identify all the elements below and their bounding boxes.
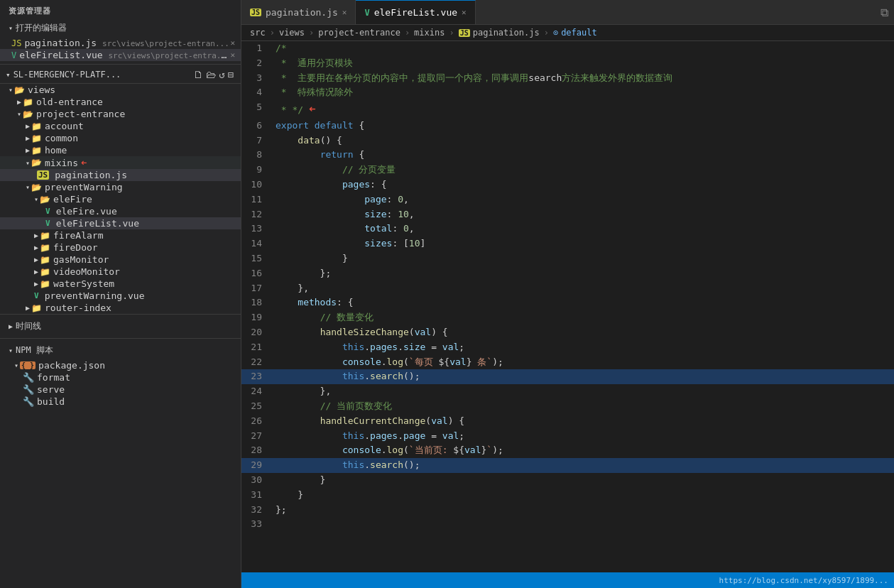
tree-elefire[interactable]: ▾ 📂 eleFire [0, 193, 241, 205]
code-line: 6 export default { [241, 119, 894, 134]
npm-section: ▾ NPM 脚本 ▾ { } package.json 🔧 format 🔧 s… [0, 338, 241, 410]
breadcrumb-symbol-icon: ⊙ [553, 28, 558, 38]
tree-npm-serve[interactable]: 🔧 serve [0, 383, 241, 396]
vue-tab-icon: V [364, 8, 369, 18]
chevron-icon: ▶ [26, 122, 30, 130]
folder-open-icon: 📂 [31, 158, 42, 168]
code-line: 7 data() { [241, 134, 894, 148]
tab-elefirelist[interactable]: V eleFireList.vue ✕ [356, 0, 475, 24]
tab-pagination[interactable]: JS pagination.js ✕ [241, 0, 356, 24]
folder-icon: 📁 [40, 279, 50, 289]
tree-npm-build[interactable]: 🔧 build [0, 396, 241, 408]
collapse-button[interactable]: ⊟ [227, 67, 235, 82]
folder-icon: 📁 [31, 134, 42, 143]
wrench-icon: 🔧 [23, 396, 34, 407]
tree-firealarm[interactable]: ▶ 📁 fireAlarm [0, 229, 241, 241]
breadcrumb-mixins[interactable]: mixins [414, 28, 445, 38]
tree-package-json[interactable]: ▾ { } package.json [0, 359, 241, 371]
tree-npm-format[interactable]: 🔧 format [0, 371, 241, 383]
split-editor-icon[interactable]: ⧉ [881, 6, 888, 19]
tree-item-label: common [45, 133, 78, 143]
refresh-button[interactable]: ↺ [217, 67, 226, 82]
tab-close-icon[interactable]: ✕ [342, 8, 347, 17]
editor-topright-icons: ⧉ [881, 0, 894, 24]
chevron-icon: ▶ [26, 146, 30, 154]
tree-item-label: serve [37, 384, 65, 395]
code-line: 21 this.pages.size = val; [241, 340, 894, 355]
breadcrumb: src › views › project-entrance › mixins … [241, 25, 894, 41]
tree-item-label: preventWarning [45, 182, 123, 192]
chevron-icon: ▾ [9, 347, 13, 354]
tree-common[interactable]: ▶ 📁 common [0, 132, 241, 144]
chevron-icon: ▶ [34, 232, 38, 239]
new-file-button[interactable]: 🗋 [192, 67, 205, 82]
wrench-icon: 🔧 [23, 384, 34, 395]
tree-firedoor[interactable]: ▶ 📁 fireDoor [0, 241, 241, 254]
new-folder-button[interactable]: 🗁 [205, 67, 217, 82]
tree-item-label: eleFire.vue [56, 206, 117, 217]
code-line: 26 handleCurrentChange(val) { [241, 414, 894, 429]
tree-item-label: fireAlarm [53, 230, 103, 241]
tree-preventwarning[interactable]: ▾ 📂 preventWarning [0, 181, 241, 193]
npm-label[interactable]: ▾ NPM 脚本 [0, 342, 241, 359]
tree-item-label: fireDoor [53, 242, 98, 253]
chevron-down-icon: ▾ [9, 24, 13, 32]
breadcrumb-pagination[interactable]: pagination.js [473, 28, 540, 38]
tree-old-entrance[interactable]: ▶ 📁 old-entrance [0, 96, 241, 108]
red-arrow-line5: ➜ [309, 100, 316, 119]
tree-item-label: eleFire [53, 194, 92, 205]
folder-open-icon: 📂 [40, 195, 50, 205]
tree-item-label: router-index [45, 303, 111, 313]
tree-item-label: preventWarning.vue [45, 290, 145, 301]
close-icon[interactable]: ✕ [230, 38, 235, 48]
breadcrumb-project-entrance[interactable]: project-entrance [318, 28, 400, 38]
breadcrumb-src[interactable]: src [250, 28, 266, 38]
code-line: 24 }, [241, 384, 894, 399]
tree-watersystem[interactable]: ▶ 📁 waterSystem [0, 278, 241, 290]
tree-pagination-js[interactable]: JS pagination.js [0, 169, 241, 181]
open-editors-label[interactable]: ▾ 打开的编辑器 [0, 19, 241, 37]
open-file-pagination[interactable]: JS pagination.js src\views\project-entra… [0, 37, 241, 49]
code-line: 28 console.log(`当前页: ${val}`); [241, 443, 894, 458]
tree-videomonitor[interactable]: ▶ 📁 videoMonitor [0, 266, 241, 278]
breadcrumb-default[interactable]: default [561, 28, 597, 38]
breadcrumb-views[interactable]: views [279, 28, 305, 38]
tree-elefirelist-vue[interactable]: V eleFireList.vue [0, 217, 241, 229]
red-arrow-icon: ➜ [81, 157, 87, 168]
chevron-icon: ▾ [9, 86, 13, 94]
open-file-elefirelist[interactable]: V eleFireList.vue src\views\project-entr… [0, 49, 241, 61]
timeline-section: ▶ 时间线 [0, 314, 241, 338]
folder-icon: 📁 [31, 121, 42, 131]
vue-icon: V [34, 291, 39, 300]
editor-area: JS pagination.js ✕ V eleFireList.vue ✕ ⧉… [241, 0, 894, 588]
chevron-icon: ▶ [9, 322, 13, 330]
tree-home[interactable]: ▶ 📁 home [0, 144, 241, 156]
js-file-icon: JS [11, 38, 21, 48]
chevron-icon: ▶ [34, 256, 38, 263]
wrench-icon: 🔧 [23, 372, 34, 383]
tree-account[interactable]: ▶ 📁 account [0, 120, 241, 132]
close-icon[interactable]: ✕ [230, 50, 235, 60]
folder-open-icon: 📂 [31, 183, 42, 192]
code-line: 3 * 主要用在各种分页的内容中，提取同一个内容，同事调用search方法来触发… [241, 71, 894, 86]
tree-router-index[interactable]: ▶ 📁 router-index [0, 302, 241, 314]
tree-mixins[interactable]: ▾ 📂 mixins ➜ [0, 156, 241, 169]
tree-views[interactable]: ▾ 📂 views [0, 84, 241, 96]
tree-preventwarning-vue[interactable]: V preventWarning.vue [0, 290, 241, 302]
tree-gasmonitor[interactable]: ▶ 📁 gasMonitor [0, 254, 241, 266]
chevron-icon: ▶ [34, 268, 38, 276]
folder-icon: 📁 [40, 267, 50, 277]
timeline-label[interactable]: ▶ 时间线 [0, 317, 241, 335]
folder-open-icon: 📂 [14, 85, 25, 95]
tree-elefire-vue[interactable]: V eleFire.vue [0, 205, 241, 217]
sl-label: SL-EMERGENCY-PLATF... [13, 70, 192, 80]
code-editor[interactable]: 1 /* 2 * 通用分页模块 3 * 主要用在各种分页的内容中，提取同一个内容… [241, 41, 894, 572]
tree-project-entrance[interactable]: ▾ 📂 project-entrance [0, 108, 241, 120]
chevron-icon: ▶ [17, 98, 21, 106]
code-line: 12 size: 10, [241, 207, 894, 222]
tab-close-icon[interactable]: ✕ [462, 8, 467, 17]
folder-icon: 📁 [23, 97, 33, 107]
js-tab-icon: JS [250, 9, 261, 16]
code-line: 29 this.search(); [241, 458, 894, 473]
tree-item-label: package.json [38, 360, 105, 371]
